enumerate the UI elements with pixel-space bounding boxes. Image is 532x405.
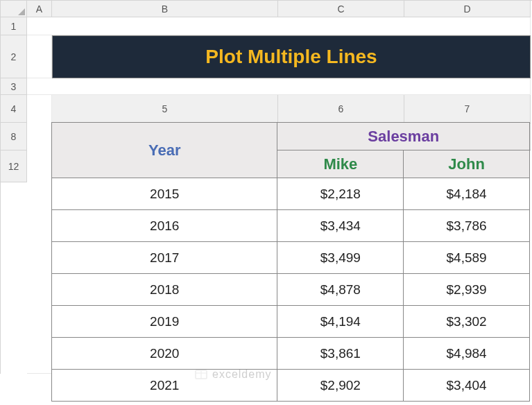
cell-mike[interactable]: $3,499 <box>277 242 404 274</box>
table-row[interactable]: 2020 $3,861 $4,984 <box>52 338 530 370</box>
table-row[interactable]: 2017 $3,499 $4,589 <box>52 242 530 274</box>
row-header-5[interactable]: 5 <box>52 95 278 123</box>
row-header-6[interactable]: 6 <box>278 95 404 123</box>
col-header-c[interactable]: C <box>278 1 404 17</box>
cell-year[interactable]: 2017 <box>52 242 277 274</box>
cell-mike[interactable]: $2,902 <box>277 370 404 402</box>
table-body: 2015 $2,218 $4,184 2016 $3,434 $3,786 20… <box>52 178 530 402</box>
cell-john[interactable]: $3,786 <box>404 210 530 242</box>
header-john[interactable]: John <box>404 150 530 178</box>
cell-mike[interactable]: $3,434 <box>277 210 404 242</box>
table-row[interactable]: 2021 $2,902 $3,404 <box>52 370 530 402</box>
cell-john[interactable]: $3,404 <box>404 370 530 402</box>
cell-john[interactable]: $4,984 <box>404 338 530 370</box>
cell-year[interactable]: 2019 <box>52 306 277 338</box>
row-header-3[interactable]: 3 <box>1 78 27 95</box>
table-row[interactable]: 2018 $4,878 $2,939 <box>52 274 530 306</box>
cell-mike[interactable]: $4,878 <box>277 274 404 306</box>
header-salesman[interactable]: Salesman <box>277 123 530 150</box>
header-year[interactable]: Year <box>52 123 277 178</box>
row-header-7[interactable]: 7 <box>404 95 531 123</box>
row-header-4[interactable]: 4 <box>1 95 27 123</box>
table-row[interactable]: 2015 $2,218 $4,184 <box>52 178 530 210</box>
table-row[interactable]: 2016 $3,434 $3,786 <box>52 210 530 242</box>
cell-john[interactable]: $4,184 <box>404 178 530 210</box>
cell-john[interactable]: $4,589 <box>404 242 530 274</box>
select-all-corner[interactable] <box>1 1 27 17</box>
cell-year[interactable]: 2021 <box>52 370 277 402</box>
cell-mike[interactable]: $4,194 <box>277 306 404 338</box>
col-header-b[interactable]: B <box>52 1 278 17</box>
data-table: Year Salesman Mike John 2015 $2,218 $4,1… <box>51 122 530 402</box>
row-header-1[interactable]: 1 <box>1 17 27 35</box>
row-header-8[interactable]: 8 <box>1 123 27 150</box>
cell-john[interactable]: $2,939 <box>404 274 530 306</box>
table-row[interactable]: 2019 $4,194 $3,302 <box>52 306 530 338</box>
cell-year[interactable]: 2016 <box>52 210 277 242</box>
row-header-2[interactable]: 2 <box>1 35 27 78</box>
header-mike[interactable]: Mike <box>277 150 404 178</box>
cell-mike[interactable]: $3,861 <box>277 338 404 370</box>
cell-year[interactable]: 2018 <box>52 274 277 306</box>
row-header-12[interactable]: 12 <box>1 150 27 182</box>
col-header-d[interactable]: D <box>404 1 531 17</box>
cell-mike[interactable]: $2,218 <box>277 178 404 210</box>
cell-year[interactable]: 2015 <box>52 178 277 210</box>
title-banner: Plot Multiple Lines <box>52 35 531 78</box>
cell-john[interactable]: $3,302 <box>404 306 530 338</box>
col-header-a[interactable]: A <box>27 1 52 17</box>
cell-year[interactable]: 2020 <box>52 338 277 370</box>
